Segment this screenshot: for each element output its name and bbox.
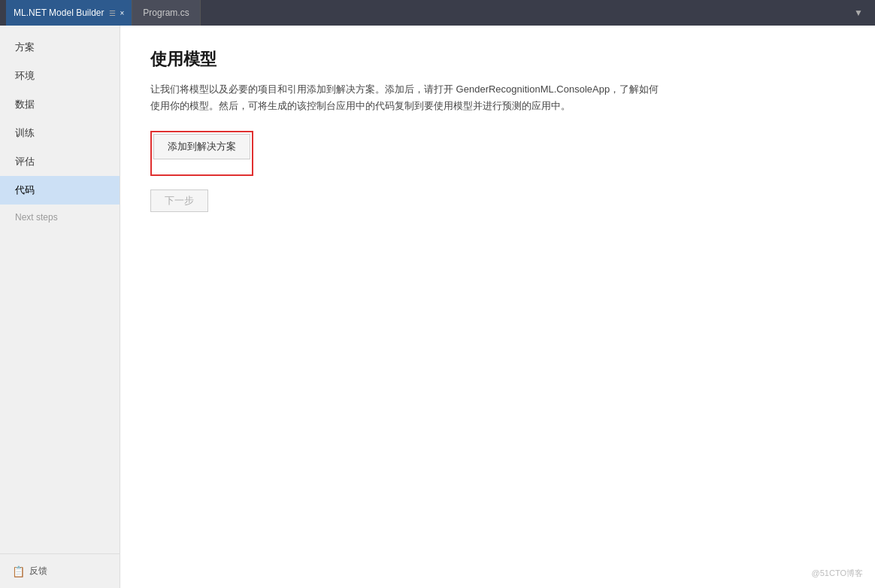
tab-model-builder[interactable]: ML.NET Model Builder ☰ × <box>6 0 132 26</box>
sidebar-item-evaluate[interactable]: 评估 <box>0 147 120 176</box>
add-to-solution-button[interactable]: 添加到解决方案 <box>153 134 250 159</box>
feedback-icon: 📋 <box>12 565 25 577</box>
sidebar-item-scenario[interactable]: 方案 <box>0 33 120 62</box>
feedback-label: 反馈 <box>29 565 47 577</box>
tab-program-cs-label: Program.cs <box>143 8 189 18</box>
title-bar: ML.NET Model Builder ☰ × Program.cs ▼ <box>0 0 875 26</box>
tab-model-builder-close[interactable]: × <box>120 9 125 17</box>
add-button-wrapper: 添加到解决方案 <box>150 131 253 176</box>
page-title: 使用模型 <box>150 48 845 71</box>
sidebar-item-code[interactable]: 代码 <box>0 176 120 205</box>
tab-model-builder-label: ML.NET Model Builder <box>14 8 104 18</box>
content-area: 使用模型 让我们将模型以及必要的项目和引用添加到解决方案。添加后，请打开 Gen… <box>120 26 875 588</box>
tab-pin-icon: ☰ <box>109 9 116 17</box>
sidebar: 方案 环境 数据 训练 评估 代码 Next steps 📋 反馈 <box>0 26 120 588</box>
sidebar-item-data[interactable]: 数据 <box>0 90 120 119</box>
watermark: @51CTO博客 <box>812 568 863 579</box>
page-description: 让我们将模型以及必要的项目和引用添加到解决方案。添加后，请打开 GenderRe… <box>150 81 662 114</box>
next-step-button[interactable]: 下一步 <box>150 189 208 212</box>
sidebar-item-next-steps[interactable]: Next steps <box>0 205 120 230</box>
feedback-section[interactable]: 📋 反馈 <box>0 553 120 588</box>
sidebar-item-environment[interactable]: 环境 <box>0 62 120 90</box>
sidebar-item-train[interactable]: 训练 <box>0 119 120 147</box>
titlebar-arrow[interactable]: ▼ <box>848 8 869 18</box>
tab-program-cs[interactable]: Program.cs <box>132 0 200 26</box>
main-container: 方案 环境 数据 训练 评估 代码 Next steps 📋 反馈 使用模型 让… <box>0 26 875 588</box>
